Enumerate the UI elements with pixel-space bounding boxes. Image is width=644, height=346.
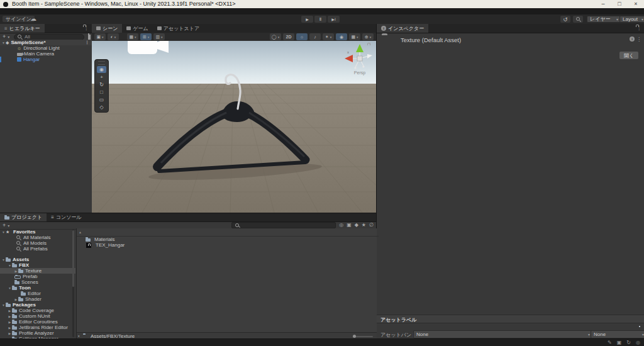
snap-increment-button[interactable]: ⊞ bbox=[140, 33, 152, 40]
axis-z-cone[interactable] bbox=[367, 54, 372, 59]
expander-icon[interactable]: ▶ bbox=[8, 315, 12, 318]
asset-item[interactable]: TEX_Hangar bbox=[86, 242, 375, 248]
asset-item[interactable]: Materials bbox=[86, 237, 375, 242]
asset-bundle-variant-dropdown[interactable]: None▾ bbox=[591, 330, 644, 338]
expander-icon[interactable]: ▼ bbox=[8, 264, 12, 267]
scene-audio-button[interactable]: ♪ bbox=[309, 33, 321, 40]
search-by-type-button[interactable]: ◎ bbox=[339, 222, 343, 228]
package-manager-icon[interactable]: ▣ bbox=[617, 340, 622, 345]
transform-tool-button[interactable]: ◇ bbox=[97, 104, 106, 111]
expander-icon[interactable]: ▼ bbox=[8, 286, 12, 290]
hidden-packages-button[interactable]: ∅ bbox=[369, 222, 374, 228]
tree-row[interactable]: All Prefabs bbox=[0, 246, 75, 252]
step-button[interactable]: ▶Ⅰ bbox=[328, 16, 340, 23]
scene-lighting-button[interactable]: ☼ bbox=[296, 33, 308, 40]
tool-handle-button[interactable]: ▥ bbox=[153, 33, 165, 40]
close-button[interactable]: × bbox=[628, 0, 644, 8]
2d-toggle-button[interactable]: 2D bbox=[283, 33, 294, 40]
refresh-disabled-icon[interactable]: ↻ bbox=[626, 340, 631, 345]
slider-knob[interactable] bbox=[353, 335, 356, 338]
expander-icon[interactable]: ▶ bbox=[8, 332, 12, 335]
search-in-packages-button[interactable]: ▣ bbox=[347, 222, 352, 228]
expander-icon[interactable]: ▼ bbox=[1, 258, 6, 262]
undo-history-icon[interactable]: ↺ bbox=[560, 16, 570, 23]
tree-row[interactable]: ▶ JetBrains Rider Editor bbox=[0, 325, 75, 330]
view-tool-button[interactable]: ◉ bbox=[97, 66, 106, 73]
projection-mode-label[interactable]: Persp bbox=[343, 70, 376, 75]
pause-button[interactable]: Ⅱ bbox=[314, 16, 326, 23]
shading-mode-button[interactable]: ◐ bbox=[108, 33, 119, 40]
expander-icon[interactable]: ▶ bbox=[8, 320, 12, 324]
tree-row[interactable]: Editor bbox=[0, 291, 75, 296]
splitter-collapse-icon[interactable]: ▲ bbox=[79, 230, 82, 234]
tree-row[interactable]: ▶ Editor Coroutines bbox=[0, 319, 75, 325]
kebab-menu-icon[interactable]: ⋮ bbox=[84, 24, 89, 33]
expander-icon[interactable]: ▼ bbox=[1, 303, 6, 307]
camera-settings-button[interactable]: ◯ bbox=[270, 33, 281, 40]
grid-snapping-button[interactable]: ▦ bbox=[127, 33, 138, 40]
orientation-gizmo[interactable]: x bbox=[342, 42, 376, 72]
scrollbar-thumb[interactable] bbox=[72, 230, 74, 287]
layout-dropdown[interactable]: Layout▾ bbox=[619, 16, 644, 23]
help-icon[interactable]: i bbox=[630, 36, 635, 42]
tree-row[interactable]: Scenes bbox=[0, 279, 75, 285]
cloud-icon[interactable]: ☁ bbox=[30, 15, 36, 22]
tab-hierarchy[interactable]: ≡ ヒエラルキー bbox=[0, 24, 45, 33]
tree-row[interactable]: All Materials bbox=[0, 235, 75, 240]
kebab-menu-icon[interactable]: ⋮ bbox=[636, 24, 641, 33]
grid-visual-button[interactable]: ▦ bbox=[349, 33, 360, 40]
tree-row[interactable]: ▼ Toon bbox=[0, 285, 75, 291]
collapse-icon[interactable]: ▾ bbox=[78, 334, 80, 338]
gizmos-button[interactable]: ⊕ bbox=[362, 33, 374, 40]
open-asset-button[interactable]: 開く bbox=[619, 52, 638, 59]
expander-icon[interactable]: ▼ bbox=[1, 41, 6, 45]
background-activity-icon[interactable]: ◎ bbox=[636, 340, 640, 345]
layers-dropdown[interactable]: レイヤー▾ bbox=[587, 16, 621, 23]
tree-row[interactable]: ▶ Shader bbox=[0, 296, 75, 302]
add-gameobject-button[interactable]: +▾ bbox=[3, 33, 9, 40]
expander-icon[interactable]: ▶ bbox=[8, 326, 12, 330]
tree-row[interactable]: All Models bbox=[0, 240, 75, 246]
hierarchy-row[interactable]: ☼ Directional Light bbox=[0, 45, 92, 51]
tab-asset-store[interactable]: アセットストア bbox=[153, 24, 204, 33]
tree-row[interactable]: ▼ Assets bbox=[0, 257, 75, 262]
tree-row[interactable]: ▼ Packages bbox=[0, 302, 75, 308]
thumbnail-size-slider[interactable] bbox=[353, 336, 373, 337]
tree-row[interactable]: ▶ Texture bbox=[0, 268, 75, 274]
tree-scrollbar[interactable] bbox=[72, 229, 74, 337]
tab-project[interactable]: プロジェクト bbox=[0, 213, 47, 221]
expander-icon[interactable]: ▶ bbox=[14, 269, 18, 273]
tree-row[interactable]: ▼ FBX bbox=[0, 262, 75, 268]
expander-icon[interactable]: ▶ bbox=[14, 298, 18, 301]
kebab-menu-icon[interactable]: ⋮ bbox=[636, 35, 641, 44]
save-search-button[interactable]: ★ bbox=[362, 222, 366, 228]
tree-row[interactable]: ▶ Custom NUnit bbox=[0, 313, 75, 319]
play-button[interactable]: ▶ bbox=[301, 16, 313, 23]
axis-x-cone[interactable] bbox=[345, 55, 353, 62]
asset-bundle-dropdown[interactable]: None▾ bbox=[413, 330, 593, 338]
tree-row[interactable]: Prefab bbox=[0, 274, 75, 279]
axis-y-cone[interactable] bbox=[356, 44, 364, 52]
draw-mode-button[interactable]: ▣ bbox=[94, 33, 106, 40]
hierarchy-search-input[interactable]: All bbox=[14, 34, 84, 40]
overlay-drag-handle[interactable] bbox=[98, 61, 105, 65]
search-icon[interactable] bbox=[573, 16, 583, 23]
tree-row[interactable]: ▶ Code Coverage bbox=[0, 308, 75, 313]
tab-inspector[interactable]: i インスペクター bbox=[377, 24, 428, 33]
create-asset-button[interactable]: +▾ bbox=[3, 222, 9, 228]
search-by-label-button[interactable]: ◆ bbox=[355, 222, 358, 228]
minimize-button[interactable]: – bbox=[595, 0, 611, 8]
asset-labels-header[interactable]: アセットラベル bbox=[377, 315, 644, 323]
tree-row[interactable]: ▼ ★ Favorites bbox=[0, 229, 75, 235]
expander-icon[interactable]: ▶ bbox=[8, 309, 12, 313]
move-tool-button[interactable]: + bbox=[97, 74, 106, 81]
gizmo-center-cube[interactable] bbox=[357, 56, 362, 61]
tab-console[interactable]: ≡ コンソール bbox=[47, 213, 86, 221]
tab-game[interactable]: ゲーム bbox=[122, 24, 152, 33]
auto-generate-lighting-icon[interactable]: ✎ bbox=[608, 340, 612, 345]
rotate-tool-button[interactable]: ↻ bbox=[97, 81, 106, 88]
row-options-icon[interactable]: ⋮ bbox=[85, 40, 89, 45]
scale-tool-button[interactable]: □ bbox=[97, 89, 106, 96]
hierarchy-row[interactable]: Hangar bbox=[0, 57, 92, 62]
effects-button[interactable]: ✶ bbox=[323, 33, 334, 40]
